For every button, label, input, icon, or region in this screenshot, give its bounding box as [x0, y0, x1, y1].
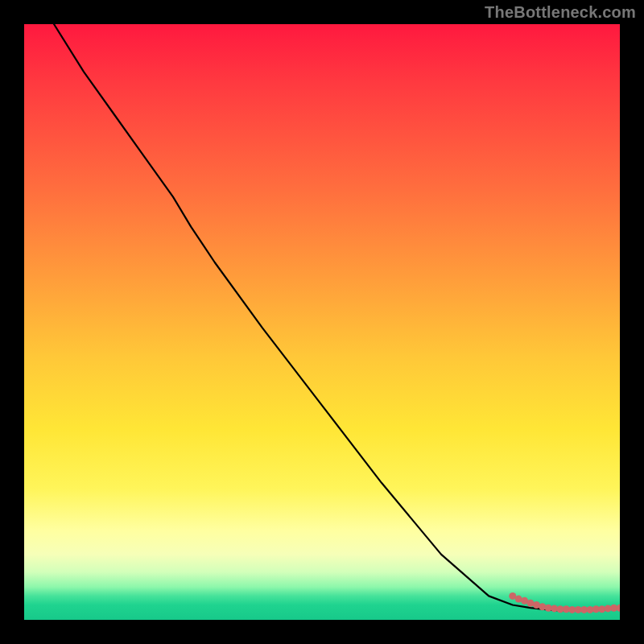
data-point	[617, 605, 621, 612]
chart-frame: TheBottleneck.com	[0, 0, 644, 644]
scatter-group	[509, 592, 620, 613]
plot-area	[24, 24, 620, 620]
bottleneck-curve	[54, 24, 620, 610]
watermark-text: TheBottleneck.com	[485, 3, 636, 22]
chart-svg	[24, 24, 620, 620]
data-point	[539, 603, 546, 610]
